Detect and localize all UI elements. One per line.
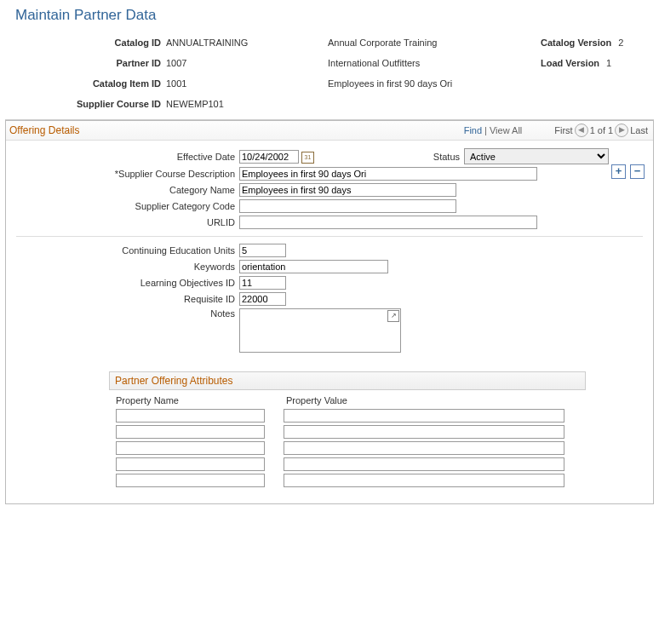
- property-value-input[interactable]: [284, 425, 564, 439]
- partner-desc: International Outfitters: [328, 58, 541, 68]
- supplier-course-desc-input[interactable]: [239, 167, 537, 181]
- effective-date-label: Effective Date: [11, 152, 239, 162]
- property-name-input[interactable]: [116, 425, 265, 439]
- supplier-course-id-value: NEWEMP101: [166, 99, 328, 109]
- inner-divider: [16, 236, 643, 237]
- header-grid: Catalog ID ANNUALTRAINING Annual Corpora…: [12, 32, 647, 114]
- property-value-input[interactable]: [284, 441, 564, 455]
- requisite-label: Requisite ID: [11, 294, 239, 304]
- catalog-item-id-value: 1001: [166, 78, 328, 89]
- attr-row: [116, 409, 579, 423]
- notes-label: Notes: [11, 308, 239, 319]
- catalog-id-label: Catalog ID: [12, 37, 166, 48]
- supplier-category-code-label: Supplier Category Code: [11, 201, 239, 211]
- partner-id-value: 1007: [166, 58, 328, 68]
- view-all-link[interactable]: View All: [490, 125, 522, 135]
- property-value-input[interactable]: [284, 457, 564, 471]
- property-name-input[interactable]: [116, 474, 265, 487]
- catalog-item-id-label: Catalog Item ID: [12, 78, 166, 89]
- keywords-label: Keywords: [11, 262, 239, 272]
- catalog-item-desc: Employees in first 90 days Ori: [328, 78, 541, 89]
- property-name-header: Property Name: [116, 395, 286, 405]
- first-label[interactable]: First: [554, 125, 572, 135]
- catalog-version-value: 2: [611, 37, 633, 48]
- catalog-desc: Annual Corporate Training: [328, 37, 541, 48]
- attr-row: [116, 425, 579, 439]
- status-select[interactable]: Active: [464, 148, 609, 164]
- last-label[interactable]: Last: [630, 125, 648, 135]
- attr-row: [116, 474, 579, 487]
- next-icon[interactable]: ▶: [615, 124, 628, 137]
- page-title: Maintain Partner Data: [15, 7, 654, 24]
- supplier-course-id-label: Supplier Course ID: [12, 99, 166, 109]
- ceu-input[interactable]: [239, 244, 286, 257]
- section-title: Offering Details: [9, 124, 79, 136]
- load-version-value: 1: [599, 58, 622, 68]
- attr-row: [116, 457, 579, 471]
- learning-obj-label: Learning Objectives ID: [11, 278, 239, 288]
- load-version-label: Load Version: [541, 58, 599, 68]
- expand-icon[interactable]: ↗: [387, 310, 399, 322]
- prev-icon[interactable]: ◀: [575, 124, 588, 137]
- category-name-label: Category Name: [11, 185, 239, 195]
- ceu-label: Continuing Education Units: [11, 245, 239, 256]
- attr-row: [116, 441, 579, 455]
- property-value-input[interactable]: [284, 409, 564, 423]
- property-name-input[interactable]: [116, 457, 265, 471]
- add-row-button[interactable]: +: [611, 164, 626, 179]
- attributes-title: Partner Offering Attributes: [109, 371, 586, 390]
- requisite-input[interactable]: [239, 292, 286, 306]
- partner-id-label: Partner ID: [12, 58, 166, 68]
- supplier-category-code-input[interactable]: [239, 199, 456, 213]
- property-value-header: Property Value: [286, 395, 347, 405]
- category-name-input[interactable]: [239, 183, 456, 197]
- catalog-id-value: ANNUALTRAINING: [166, 37, 328, 48]
- offering-details-section: Offering Details Find | View All First ◀…: [5, 120, 654, 504]
- calendar-icon[interactable]: [301, 150, 314, 164]
- property-name-input[interactable]: [116, 409, 265, 423]
- effective-date-input[interactable]: [239, 150, 299, 164]
- property-name-input[interactable]: [116, 441, 265, 455]
- status-label: Status: [433, 152, 464, 162]
- remove-row-button[interactable]: −: [630, 164, 645, 179]
- partner-offering-attributes: Partner Offering Attributes Property Nam…: [109, 371, 586, 495]
- counter-label: 1 of 1: [590, 125, 614, 135]
- keywords-input[interactable]: [239, 260, 388, 273]
- learning-obj-input[interactable]: [239, 276, 286, 290]
- catalog-version-label: Catalog Version: [541, 37, 611, 48]
- urlid-input[interactable]: [239, 216, 537, 229]
- notes-textarea[interactable]: [239, 308, 401, 353]
- urlid-label: URLID: [11, 217, 239, 227]
- property-value-input[interactable]: [284, 474, 564, 487]
- supplier-course-desc-label: *Supplier Course Description: [11, 169, 239, 179]
- find-link[interactable]: Find: [464, 125, 482, 135]
